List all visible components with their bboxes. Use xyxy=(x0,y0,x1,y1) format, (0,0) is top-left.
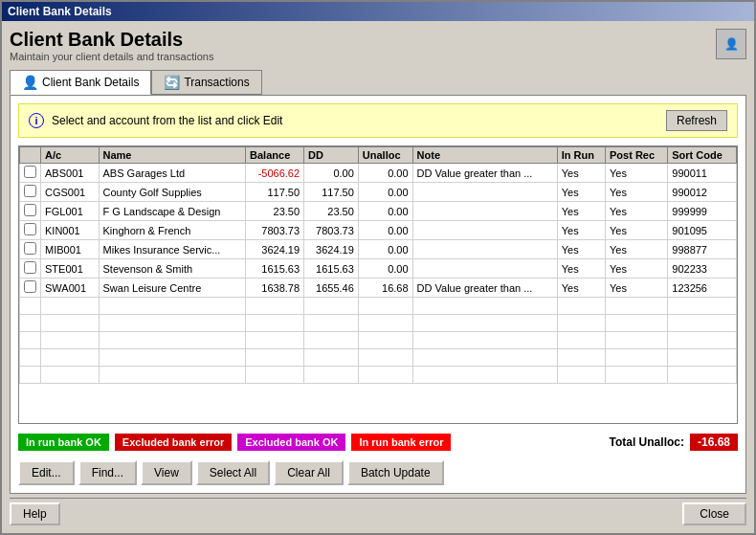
find-button[interactable]: Find... xyxy=(78,460,137,485)
row-name: ABS Garages Ltd xyxy=(99,164,246,183)
row-name: County Golf Supplies xyxy=(99,183,246,202)
row-post-rec: Yes xyxy=(606,259,668,279)
data-table-container[interactable]: A/c Name Balance DD Unalloc Note In Run … xyxy=(18,145,738,424)
row-sort-code: 998877 xyxy=(668,240,737,259)
row-sort-code: 902233 xyxy=(668,259,737,279)
empty-cell xyxy=(557,367,605,384)
row-name: Stevenson & Smith xyxy=(99,259,246,279)
empty-cell xyxy=(246,332,304,349)
empty-cell xyxy=(606,298,668,315)
table-header-row: A/c Name Balance DD Unalloc Note In Run … xyxy=(20,147,737,164)
row-name: F G Landscape & Design xyxy=(99,202,246,221)
empty-cell xyxy=(606,315,668,332)
row-checkbox[interactable] xyxy=(20,183,41,202)
select-all-button[interactable]: Select All xyxy=(196,460,270,485)
action-buttons: Edit... Find... View Select All Clear Al… xyxy=(18,460,738,485)
table-row: MIB001 Mikes Insurance Servic... 3624.19… xyxy=(20,240,737,259)
page-title: Client Bank Details xyxy=(10,29,213,51)
row-unalloc: 0.00 xyxy=(358,183,412,202)
tab-transactions[interactable]: 🔄 Transactions xyxy=(151,70,261,95)
legend-excluded-ok: Excluded bank OK xyxy=(237,434,345,451)
close-button[interactable]: Close xyxy=(682,502,746,525)
empty-cell xyxy=(304,349,359,367)
empty-cell xyxy=(412,332,557,349)
empty-cell xyxy=(668,298,737,315)
empty-cell xyxy=(304,367,359,384)
row-ac: CGS001 xyxy=(41,183,100,202)
empty-cell xyxy=(99,315,246,332)
empty-cell xyxy=(358,367,412,384)
row-note xyxy=(412,259,557,279)
info-bar: i Select and account from the list and c… xyxy=(18,103,738,138)
empty-cell xyxy=(412,367,557,384)
transactions-icon: 🔄 xyxy=(164,75,180,90)
table-row-empty xyxy=(20,367,737,384)
row-checkbox[interactable] xyxy=(20,202,41,221)
empty-cell xyxy=(304,332,359,349)
row-checkbox[interactable] xyxy=(20,279,41,298)
empty-cell xyxy=(304,298,359,315)
empty-cell xyxy=(358,315,412,332)
row-dd: 23.50 xyxy=(304,202,359,221)
row-sort-code: 990011 xyxy=(668,164,737,183)
row-checkbox[interactable] xyxy=(20,259,41,279)
table-row: STE001 Stevenson & Smith 1615.63 1615.63… xyxy=(20,259,737,279)
main-content: i Select and account from the list and c… xyxy=(10,95,746,494)
legend-in-run-ok: In run bank OK xyxy=(18,434,109,451)
row-ac: FGL001 xyxy=(41,202,100,221)
col-header-name: Name xyxy=(99,147,246,164)
tab-client-bank-details[interactable]: 👤 Client Bank Details xyxy=(10,70,151,95)
empty-cell xyxy=(41,332,100,349)
avatar-button[interactable]: 👤 xyxy=(716,29,746,59)
table-row-empty xyxy=(20,315,737,332)
refresh-button[interactable]: Refresh xyxy=(666,110,727,131)
view-button[interactable]: View xyxy=(141,460,192,485)
clear-all-button[interactable]: Clear All xyxy=(274,460,344,485)
empty-cell xyxy=(412,349,557,367)
row-post-rec: Yes xyxy=(606,279,668,298)
legend-excluded-ok-label: Excluded bank OK xyxy=(237,434,345,451)
table-row: ABS001 ABS Garages Ltd -5066.62 0.00 0.0… xyxy=(20,164,737,183)
row-ac: SWA001 xyxy=(41,279,100,298)
batch-update-button[interactable]: Batch Update xyxy=(347,460,444,485)
empty-cell xyxy=(99,298,246,315)
total-unalloc-label: Total Unalloc: xyxy=(610,435,684,449)
empty-cell xyxy=(358,332,412,349)
row-checkbox[interactable] xyxy=(20,221,41,240)
col-header-checkbox xyxy=(20,147,41,164)
edit-button[interactable]: Edit... xyxy=(18,460,75,485)
empty-cell xyxy=(246,367,304,384)
row-in-run: Yes xyxy=(557,164,605,183)
empty-cell xyxy=(20,315,41,332)
row-in-run: Yes xyxy=(557,183,605,202)
row-checkbox[interactable] xyxy=(20,164,41,183)
page-title-area: Client Bank Details Maintain your client… xyxy=(10,29,213,62)
empty-cell xyxy=(557,332,605,349)
col-header-dd: DD xyxy=(304,147,359,164)
empty-cell xyxy=(668,315,737,332)
main-window: Client Bank Details Client Bank Details … xyxy=(0,0,756,535)
table-row-empty xyxy=(20,298,737,315)
empty-cell xyxy=(668,367,737,384)
tab-bar: 👤 Client Bank Details 🔄 Transactions xyxy=(10,70,746,95)
empty-cell xyxy=(412,315,557,332)
legend-in-run-error: In run bank error xyxy=(351,434,451,451)
row-note xyxy=(412,202,557,221)
row-balance: 1615.63 xyxy=(246,259,304,279)
empty-cell xyxy=(412,298,557,315)
row-balance: -5066.62 xyxy=(246,164,304,183)
table-row: KIN001 Kinghorn & French 7803.73 7803.73… xyxy=(20,221,737,240)
tab-client-bank-label: Client Bank Details xyxy=(42,76,139,89)
client-bank-icon: 👤 xyxy=(22,75,38,90)
row-checkbox[interactable] xyxy=(20,240,41,259)
total-unalloc-area: Total Unalloc: -16.68 xyxy=(610,434,738,451)
empty-cell xyxy=(668,349,737,367)
help-button[interactable]: Help xyxy=(10,502,60,525)
row-note: DD Value greater than ... xyxy=(412,164,557,183)
row-unalloc: 16.68 xyxy=(358,279,412,298)
row-balance: 117.50 xyxy=(246,183,304,202)
row-in-run: Yes xyxy=(557,240,605,259)
empty-cell xyxy=(304,315,359,332)
empty-cell xyxy=(20,349,41,367)
row-name: Kinghorn & French xyxy=(99,221,246,240)
